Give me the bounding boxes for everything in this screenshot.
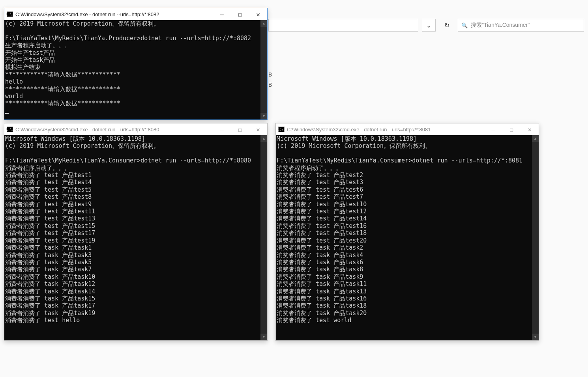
window-title: C:\Windows\System32\cmd.exe - dotnet run… [15,11,213,17]
text-cursor [5,113,9,114]
window-title: C:\Windows\System32\cmd.exe - dotnet run… [287,127,484,133]
address-bar[interactable] [268,19,418,32]
explorer-toolbar: ⌄ ↻ 🔍 搜索"TianYa.Consumer" [268,18,584,33]
close-button[interactable]: ✕ [249,8,267,20]
cmd-window[interactable]: C:\.C:\Windows\System32\cmd.exe - dotnet… [4,8,268,120]
titlebar[interactable]: C:\.C:\Windows\System32\cmd.exe - dotnet… [4,8,267,20]
close-button[interactable]: ✕ [249,123,267,135]
explorer-list-item[interactable]: B [268,82,272,88]
scroll-down-button[interactable]: ▼ [260,334,267,340]
titlebar[interactable]: C:\.C:\Windows\System32\cmd.exe - dotnet… [276,123,539,135]
cmd-window[interactable]: C:\.C:\Windows\System32\cmd.exe - dotnet… [275,123,539,341]
explorer-list-item[interactable]: B [268,71,272,78]
vertical-scrollbar[interactable]: ▲▼ [260,20,267,119]
cmd-icon: C:\. [7,11,13,17]
maximize-button[interactable]: ☐ [502,123,521,135]
window-title: C:\Windows\System32\cmd.exe - dotnet run… [15,127,213,133]
titlebar[interactable]: C:\.C:\Windows\System32\cmd.exe - dotnet… [4,123,267,135]
cmd-window[interactable]: C:\.C:\Windows\System32\cmd.exe - dotnet… [4,123,268,341]
scroll-down-button[interactable]: ▼ [532,334,539,340]
minimize-button[interactable]: — [213,123,231,135]
maximize-button[interactable]: ☐ [231,8,249,20]
scroll-up-button[interactable]: ▲ [260,20,267,27]
vertical-scrollbar[interactable]: ▲▼ [532,135,539,340]
search-icon: 🔍 [461,22,468,28]
refresh-button[interactable]: ↻ [440,19,454,32]
maximize-button[interactable]: ☐ [231,123,249,135]
scroll-down-button[interactable]: ▼ [260,113,267,119]
scroll-up-button[interactable]: ▲ [260,135,267,142]
console-output[interactable]: Microsoft Windows [版本 10.0.18363.1198] (… [4,135,267,340]
close-button[interactable]: ✕ [521,123,539,135]
minimize-button[interactable]: — [213,8,231,20]
scroll-up-button[interactable]: ▲ [532,135,539,142]
address-dropdown[interactable]: ⌄ [422,19,436,32]
cmd-icon: C:\. [7,127,13,132]
console-output[interactable]: Microsoft Windows [版本 10.0.18363.1198] (… [276,135,539,340]
cmd-icon: C:\. [278,127,285,132]
minimize-button[interactable]: — [484,123,502,135]
vertical-scrollbar[interactable]: ▲▼ [260,135,267,340]
search-placeholder: 搜索"TianYa.Consumer" [471,22,530,29]
search-input[interactable]: 🔍 搜索"TianYa.Consumer" [458,19,584,32]
console-output[interactable]: (c) 2019 Microsoft Corporation。保留所有权利。 F… [4,20,267,119]
